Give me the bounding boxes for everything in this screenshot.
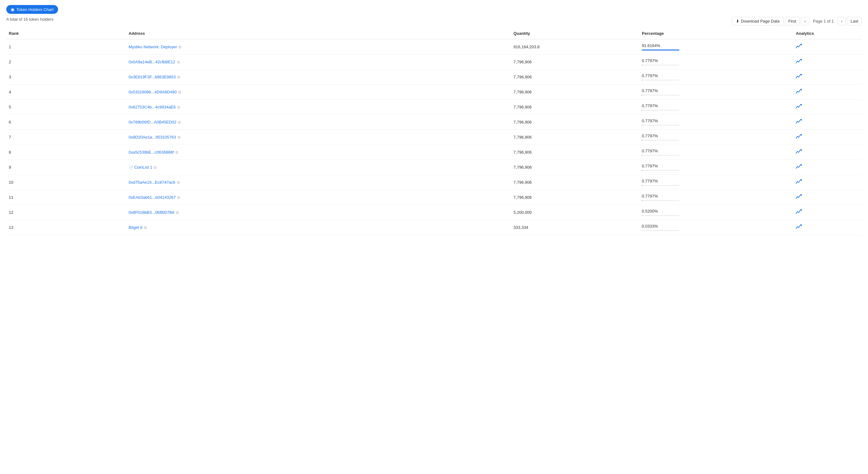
quantity-cell: 7,796,906 — [511, 55, 639, 70]
table-row: 80xa5c539bE...c0636888f⧉7,796,9060.7797% — [6, 145, 862, 160]
rank-cell: 2 — [6, 55, 126, 70]
rank-cell: 6 — [6, 115, 126, 130]
address-link[interactable]: 0x0A9a14eB...42cfbBE12 — [129, 60, 176, 64]
percentage-value: 0.0333% — [642, 224, 791, 229]
analytics-chart-icon[interactable] — [796, 180, 802, 185]
address-link[interactable]: 📄CoinList 1 — [129, 165, 153, 170]
copy-icon[interactable]: ⧉ — [144, 226, 147, 230]
rank-cell: 13 — [6, 220, 126, 235]
analytics-chart-icon[interactable] — [796, 195, 802, 200]
copy-icon[interactable]: ⧉ — [178, 135, 181, 139]
address-link[interactable]: 0xa5c539bE...c0636888f — [129, 150, 174, 155]
address-link[interactable]: 0x53316086...4D9A9D490 — [129, 90, 177, 94]
analytics-chart-icon[interactable] — [796, 60, 802, 65]
top-bar: A total of 16 token holders ⬇ Download P… — [6, 17, 862, 25]
percentage-cell: 0.7797% — [639, 190, 793, 205]
percentage-bar-track — [642, 125, 679, 126]
percentage-cell: 0.7797% — [639, 100, 793, 115]
analytics-chart-icon[interactable] — [796, 135, 802, 140]
percentage-bar-track — [642, 140, 679, 141]
address-link[interactable]: 0x3E819F3F...6863E9853 — [129, 75, 176, 79]
quantity-cell: 5,200,000 — [511, 205, 639, 220]
analytics-cell — [793, 205, 862, 220]
address-cell: 0x62753C4b...4c9934aE6⧉ — [126, 100, 511, 115]
table-row: 100xd75aAe19...Ec8747ac6⧉7,796,9060.7797… — [6, 175, 862, 190]
holders-table: Rank Address Quantity Percentage Analyti… — [6, 28, 862, 235]
table-row: 70x8D20Ae1a...953105763⧉7,796,9060.7797% — [6, 130, 862, 145]
percentage-value: 0.7797% — [642, 89, 791, 93]
analytics-cell — [793, 84, 862, 100]
copy-icon[interactable]: ⧉ — [177, 75, 180, 79]
address-link[interactable]: 0x8D20Ae1a...953105763 — [129, 135, 176, 139]
quantity-cell: 7,796,906 — [511, 84, 639, 100]
percentage-cell: 0.0333% — [639, 220, 793, 235]
contract-icon: 📄 — [129, 165, 133, 170]
percentage-value: 0.7797% — [642, 179, 791, 183]
address-cell: 0x0A9a14eB...42cfbBE12⧉ — [126, 55, 511, 70]
address-link[interactable]: 0x789b56fD...A0B45ED02 — [129, 120, 177, 125]
percentage-bar-track — [642, 200, 679, 201]
percentage-bar-track — [642, 65, 679, 66]
analytics-chart-icon[interactable] — [796, 75, 802, 80]
copy-icon[interactable]: ⧉ — [177, 180, 180, 184]
address-cell: 0xEAb3ab61...b04143267⧉ — [126, 190, 511, 205]
analytics-cell — [793, 70, 862, 84]
percentage-value: 91.6164% — [642, 43, 791, 48]
percentage-value: 0.7797% — [642, 164, 791, 168]
copy-icon[interactable]: ⧉ — [178, 120, 181, 125]
address-link[interactable]: 0xEAb3ab61...b04143267 — [129, 195, 176, 200]
analytics-chart-icon[interactable] — [796, 105, 802, 110]
analytics-chart-icon[interactable] — [796, 120, 802, 125]
percentage-cell: 0.7797% — [639, 55, 793, 70]
copy-icon[interactable]: ⧉ — [177, 195, 180, 200]
address-link[interactable]: 0x8F018bB3...0fdf6D7B6 — [129, 210, 175, 215]
address-link[interactable]: Bitget 6 — [129, 225, 143, 230]
copy-icon[interactable]: ⧉ — [177, 60, 180, 64]
address-cell: Bitget 6⧉ — [126, 220, 511, 235]
address-link[interactable]: 0xd75aAe19...Ec8747ac6 — [129, 180, 176, 184]
table-row: 60x789b56fD...A0B45ED02⧉7,796,9060.7797% — [6, 115, 862, 130]
analytics-chart-icon[interactable] — [796, 44, 802, 50]
address-cell: 0x53316086...4D9A9D490⧉ — [126, 84, 511, 100]
table-row: 20x0A9a14eB...42cfbBE12⧉7,796,9060.7797% — [6, 55, 862, 70]
analytics-chart-icon[interactable] — [796, 210, 802, 215]
analytics-chart-icon[interactable] — [796, 150, 802, 155]
next-page-button[interactable]: › — [838, 17, 846, 25]
percentage-cell: 0.7797% — [639, 160, 793, 175]
percentage-bar-track — [642, 110, 679, 111]
address-cell: 0x8D20Ae1a...953105763⧉ — [126, 130, 511, 145]
analytics-chart-icon[interactable] — [796, 165, 802, 170]
analytics-chart-icon[interactable] — [796, 90, 802, 95]
table-row: 9📄CoinList 1⧉7,796,9060.7797% — [6, 160, 862, 175]
address-link[interactable]: 0x62753C4b...4c9934aE6 — [129, 105, 176, 109]
table-row: 13Bitget 6⧉333,3340.0333% — [6, 220, 862, 235]
analytics-cell — [793, 160, 862, 175]
table-row: 110xEAb3ab61...b04143267⧉7,796,9060.7797… — [6, 190, 862, 205]
token-holders-chart-button[interactable]: ◉ Token Holders Chart — [6, 5, 58, 14]
address-link[interactable]: Mystiko Network: Deployer — [129, 44, 177, 49]
percentage-bar-track — [642, 185, 679, 186]
quantity-cell: 333,334 — [511, 220, 639, 235]
pagination-area: ⬇ Download Page Data First ‹ Page 1 of 1… — [732, 17, 862, 25]
rank-cell: 11 — [6, 190, 126, 205]
copy-icon[interactable]: ⧉ — [176, 210, 179, 215]
copy-icon[interactable]: ⧉ — [178, 90, 181, 94]
copy-icon[interactable]: ⧉ — [177, 105, 180, 109]
percentage-value: 0.7797% — [642, 148, 791, 153]
download-button[interactable]: ⬇ Download Page Data — [732, 17, 783, 25]
prev-page-button[interactable]: ‹ — [801, 17, 809, 25]
analytics-chart-icon[interactable] — [796, 225, 802, 230]
percentage-cell: 0.7797% — [639, 84, 793, 100]
last-page-button[interactable]: Last — [847, 17, 862, 25]
quantity-cell: 916,164,203.8 — [511, 39, 639, 55]
analytics-cell — [793, 145, 862, 160]
col-header-rank: Rank — [6, 28, 126, 39]
first-page-button[interactable]: First — [785, 17, 800, 25]
quantity-cell: 7,796,906 — [511, 145, 639, 160]
rank-cell: 3 — [6, 70, 126, 84]
col-header-percentage: Percentage — [639, 28, 793, 39]
quantity-cell: 7,796,906 — [511, 100, 639, 115]
copy-icon[interactable]: ⧉ — [176, 150, 178, 155]
copy-icon[interactable]: ⧉ — [179, 45, 181, 49]
copy-icon[interactable]: ⧉ — [154, 165, 157, 170]
